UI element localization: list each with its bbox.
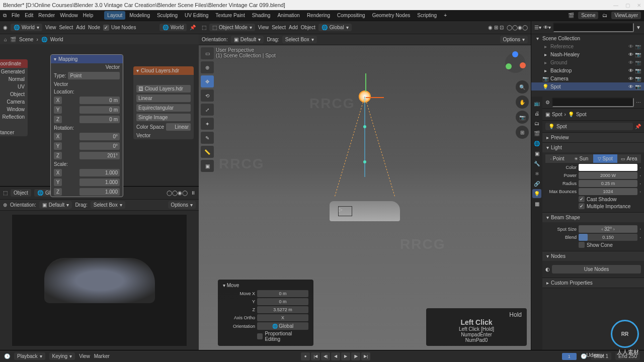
tool-rotate[interactable]: ⟲ bbox=[201, 89, 214, 102]
workspace-sculpting[interactable]: Sculpting bbox=[154, 11, 181, 20]
light-type-selector[interactable]: · Point ☀ Sun ▽ Spot ▭ Area bbox=[545, 154, 641, 163]
mapping-in-vector[interactable]: Vector bbox=[54, 81, 68, 87]
socket-normal[interactable]: Normal bbox=[9, 76, 25, 82]
workspace-scripting[interactable]: Scripting bbox=[414, 11, 440, 20]
tab-viewlayer[interactable]: 🗂 bbox=[532, 119, 541, 128]
vp-menu-add[interactable]: Add bbox=[289, 25, 298, 30]
tab-world[interactable]: 🌐 bbox=[532, 139, 541, 148]
vp-orient2[interactable]: ▣ Default ▾ bbox=[231, 36, 264, 43]
tab-physics[interactable]: ⚛ bbox=[532, 169, 541, 178]
menu-file[interactable]: File bbox=[12, 13, 20, 18]
world-slot[interactable]: 🌐 World bbox=[159, 24, 187, 31]
auto-key-icon[interactable]: ● bbox=[301, 352, 310, 360]
mapping-scale-y[interactable]: 1.000 bbox=[79, 178, 120, 186]
crumb-scene[interactable]: Scene bbox=[19, 37, 33, 42]
env-source[interactable]: Single Image bbox=[136, 114, 191, 121]
viewport-canvas[interactable]: ▭ ⊕ ✥ ⟲ ⤢ ✦ ✎ 📏 ▣ User Perspective (1) S… bbox=[199, 45, 531, 350]
mapping-loc-y[interactable]: 0 m bbox=[79, 106, 120, 114]
outliner-item-spot[interactable]: 💡Spot👁📷 bbox=[531, 82, 644, 90]
move-prop-edit[interactable] bbox=[257, 333, 263, 339]
minimize-button[interactable]: — bbox=[613, 3, 618, 8]
move-y[interactable]: 0 m bbox=[257, 298, 308, 305]
tool-scale[interactable]: ⤢ bbox=[201, 104, 214, 116]
navigation-gizmo[interactable] bbox=[503, 50, 528, 75]
menu-window[interactable]: Window bbox=[60, 13, 78, 18]
custom-props-header[interactable]: ▸ Custom Properties bbox=[542, 278, 644, 288]
playback-dd[interactable]: Playback ▾ bbox=[14, 352, 45, 360]
lower-mode-dd[interactable]: Object bbox=[11, 189, 31, 197]
lower-drag[interactable]: Select Box ▾ bbox=[91, 201, 125, 209]
eye-icon[interactable]: 👁 bbox=[628, 60, 633, 65]
workspace-shading[interactable]: Shading bbox=[249, 11, 274, 20]
light-type-area[interactable]: ▭ Area bbox=[617, 154, 641, 163]
props-type-icon[interactable]: ⚙ bbox=[545, 100, 550, 105]
node-texcoord-header[interactable]: ure Coordinate bbox=[0, 59, 28, 68]
render-icon[interactable]: 📷 bbox=[635, 44, 641, 49]
outliner-scene-collection[interactable]: ▾ Scene Collection bbox=[531, 34, 644, 42]
tab-constraints[interactable]: 🔗 bbox=[532, 179, 541, 188]
show-cone-check[interactable] bbox=[579, 242, 585, 248]
cast-shadow-check[interactable] bbox=[579, 196, 585, 202]
shader-menu-select[interactable]: Select bbox=[59, 25, 73, 30]
camera-icon[interactable]: 📷 bbox=[516, 111, 529, 124]
tab-output[interactable]: 🖨 bbox=[532, 109, 541, 118]
tool-add-cube[interactable]: ▣ bbox=[201, 160, 214, 172]
keying-dd[interactable]: Keying ▾ bbox=[49, 352, 75, 360]
move-z[interactable]: 3.5272 m bbox=[257, 306, 308, 313]
light-radius[interactable]: 0.25 m bbox=[579, 180, 637, 187]
outliner-item-reference[interactable]: ▸Reference👁📷 bbox=[531, 42, 644, 50]
node-env-header[interactable]: ▾ Cloud Layers.hdr bbox=[133, 66, 194, 75]
outliner-item-nash-healey[interactable]: ▸Nash-Healey👁📷 bbox=[531, 50, 644, 58]
mapping-loc-z[interactable]: 0 m bbox=[79, 116, 120, 123]
camera-wireframe[interactable]: ▷ bbox=[338, 206, 352, 216]
shader-menu-node[interactable]: Node bbox=[88, 25, 100, 30]
jump-end-icon[interactable]: ▶| bbox=[361, 352, 370, 360]
editor-type-icon[interactable]: ⬚ bbox=[3, 190, 8, 196]
spot-light-gizmo[interactable] bbox=[359, 90, 371, 103]
play-rev-icon[interactable]: ◀ bbox=[331, 352, 340, 360]
vp-menu-object[interactable]: Object bbox=[301, 25, 315, 30]
blender-logo-icon[interactable]: ⧉ bbox=[3, 13, 7, 19]
light-type-spot[interactable]: ▽ Spot bbox=[593, 154, 617, 163]
timeline-marker[interactable]: Marker bbox=[94, 353, 110, 359]
light-type-point[interactable]: · Point bbox=[545, 154, 570, 163]
operator-redo-panel[interactable]: ▾ Move Move X0 m Y0 m Z3.5272 m Axis Ort… bbox=[218, 280, 313, 346]
spot-size[interactable]: ‹ 32° › bbox=[579, 225, 637, 233]
move-orient[interactable]: 🌐 Global bbox=[257, 322, 308, 330]
shader-type-dd[interactable]: 🌐 World ▾ bbox=[11, 24, 42, 31]
viewlayer-selector[interactable]: ViewLayer bbox=[611, 12, 641, 19]
lower-orient2[interactable]: ▣ Default ▾ bbox=[39, 201, 72, 209]
pin-icon[interactable]: 📌 bbox=[190, 25, 196, 30]
multiple-importance-check[interactable] bbox=[579, 203, 585, 209]
eye-icon[interactable]: 👁 bbox=[628, 44, 633, 49]
socket-camera[interactable]: Camera bbox=[7, 99, 25, 105]
workspace-uv[interactable]: UV Editing bbox=[182, 11, 211, 20]
light-datablock[interactable]: 💡 Spot bbox=[545, 123, 633, 130]
workspace-add[interactable]: + bbox=[441, 11, 450, 20]
lower-shading-icons[interactable]: ◯◯◉◯ bbox=[167, 190, 188, 196]
menu-help[interactable]: Help bbox=[83, 13, 94, 18]
play-icon[interactable]: ▶ bbox=[341, 352, 350, 360]
spot-blend[interactable]: 0.150 bbox=[579, 234, 637, 241]
menu-render[interactable]: Render bbox=[38, 13, 55, 18]
eye-icon[interactable]: 👁 bbox=[628, 84, 633, 89]
tool-annotate[interactable]: ✎ bbox=[201, 132, 214, 144]
node-mapping[interactable]: ▾ Mapping Vector Type:Point Vector Locat… bbox=[50, 54, 123, 197]
use-nodes-button[interactable]: Use Nodes bbox=[552, 265, 641, 274]
socket-reflection[interactable]: Reflection bbox=[3, 114, 25, 120]
tool-select[interactable]: ▭ bbox=[201, 47, 214, 59]
vp-mode-dd[interactable]: ⬚ Object Mode ▾ bbox=[209, 24, 255, 31]
tab-modifiers[interactable]: 🔧 bbox=[532, 159, 541, 168]
mapping-rot-x[interactable]: 0° bbox=[79, 133, 120, 140]
cursor-icon[interactable]: ⊕ bbox=[3, 202, 7, 208]
mapping-out-vector[interactable]: Vector bbox=[106, 64, 120, 70]
env-interp[interactable]: Linear bbox=[136, 95, 191, 102]
vp-overlay-toggles[interactable]: ◉ ⊞ ⊡ bbox=[488, 25, 504, 30]
nodes-panel-header[interactable]: ▾ Nodes bbox=[542, 251, 644, 261]
timeline-view[interactable]: View bbox=[79, 353, 90, 359]
vp-orient-dd[interactable]: 🌐 Global ▾ bbox=[318, 24, 352, 31]
tool-measure[interactable]: 📏 bbox=[201, 146, 214, 158]
pin-icon[interactable]: 📌 bbox=[635, 124, 641, 129]
shader-menu-add[interactable]: Add bbox=[76, 25, 85, 30]
crumb-world[interactable]: World bbox=[50, 37, 63, 42]
